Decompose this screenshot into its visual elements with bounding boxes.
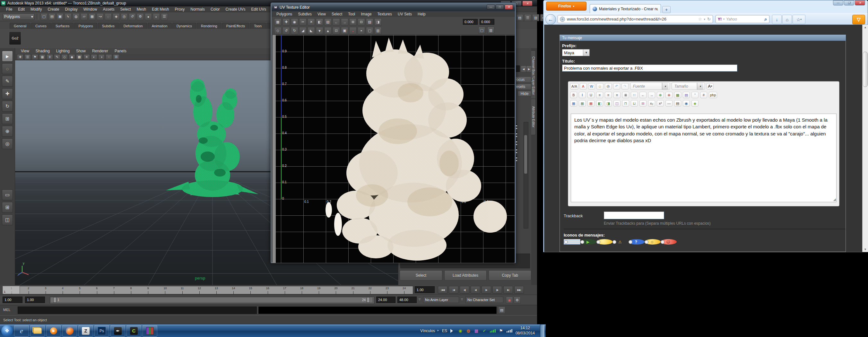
pixel-snap-icon[interactable]: ⊡ <box>333 27 340 34</box>
insert-video-icon[interactable]: ▤ <box>683 92 690 98</box>
uv-smudge-icon[interactable]: ◉ <box>291 18 298 26</box>
timeline-tick[interactable]: 13 <box>208 286 225 294</box>
panel-menu-item[interactable]: Show <box>73 49 89 53</box>
maya-menu-item[interactable]: Display <box>62 7 80 11</box>
rgb-channels-icon[interactable]: ◒ <box>349 27 356 34</box>
timeline-tick[interactable]: 19 <box>310 286 328 294</box>
radio-button[interactable] <box>596 240 600 244</box>
italic-icon[interactable]: I <box>579 92 586 98</box>
go-to-start-button[interactable]: |◀◀ <box>438 286 447 294</box>
overflow-chevron-icon[interactable]: » <box>437 329 439 332</box>
align-center-icon[interactable]: ≡ <box>605 92 612 98</box>
playback-start-field[interactable]: 1.00 <box>25 297 45 303</box>
timeline-tick[interactable]: 8 <box>122 286 139 294</box>
chevron-down-icon[interactable]: ▾ <box>723 18 724 21</box>
show-desktop-button[interactable] <box>540 325 545 337</box>
save-scene-icon[interactable]: ▣ <box>57 13 64 20</box>
textured-icon[interactable]: ▩ <box>76 54 83 60</box>
chevron-down-icon[interactable]: ▾ <box>704 18 706 21</box>
updater-icon[interactable]: ◍ <box>466 328 471 334</box>
select-by-object-icon[interactable]: ◍ <box>72 13 80 20</box>
timeline-ruler[interactable]: 123456789101112131415161718192021222324 <box>3 286 413 294</box>
insert-image-icon[interactable]: ▩ <box>674 92 681 98</box>
hr-icon[interactable]: — <box>665 100 673 106</box>
rotate-tool[interactable]: ↻ <box>2 101 13 112</box>
anim-start-field[interactable]: 1.00 <box>3 297 23 303</box>
message-textarea[interactable]: Los UV´s y mapas del modelo estan echos … <box>571 114 837 202</box>
current-time-field[interactable]: 1.00 <box>415 286 435 293</box>
uv-shell-mesh[interactable] <box>276 35 515 263</box>
uv-canvas[interactable]: 0.90.80.70.60.50.40.30.20.10 0.10.20.30.… <box>276 35 515 263</box>
tab-attribute-editor[interactable]: Attribute Editor <box>531 98 536 135</box>
goz-shelf-button[interactable]: Go2 <box>9 31 21 45</box>
paste-uvs-icon[interactable]: ▥ <box>374 27 382 34</box>
uv-menu-item[interactable]: View <box>315 12 329 17</box>
script-editor-icon[interactable]: ▤ <box>498 307 505 313</box>
maximize-button[interactable]: □ <box>496 4 504 10</box>
cut-uv-icon[interactable]: ✂ <box>299 18 307 26</box>
character-set-select[interactable]: No Character Set <box>465 297 503 303</box>
scroll-down-icon[interactable]: ▼ <box>863 247 868 252</box>
play-forwards-button[interactable]: ▶ <box>482 286 491 294</box>
scale-u-icon[interactable]: ◢ <box>299 27 307 34</box>
use-all-lights-icon[interactable]: ☀ <box>84 54 90 60</box>
signal-icon[interactable] <box>506 329 512 333</box>
ipr-render-icon[interactable]: ◐ <box>153 13 160 20</box>
panel-menu-item[interactable]: Renderer <box>89 49 112 53</box>
toggle-texture-icon[interactable]: ▣ <box>341 27 348 34</box>
auto-keyframe-icon[interactable]: ◉ <box>506 297 513 304</box>
wireframe-icon[interactable]: ◇ <box>61 54 68 60</box>
maya-menu-item[interactable]: Modify <box>28 7 44 11</box>
move-tool[interactable]: ✚ <box>2 88 13 99</box>
ie-icon[interactable]: e <box>14 325 29 337</box>
select-tool[interactable]: ► <box>2 51 13 62</box>
uv-editor-titlebar[interactable]: M UV Texture Editor —□✕ <box>272 3 515 11</box>
shelf-tab[interactable]: Subdivs <box>98 23 119 29</box>
maya-menu-item[interactable]: Color <box>208 7 223 11</box>
maya-menu-item[interactable]: Select <box>117 7 133 11</box>
smooth-shade-icon[interactable]: ◆ <box>69 54 75 60</box>
snap-to-grid-icon[interactable]: ▦ <box>89 13 96 20</box>
radio-button[interactable] <box>645 240 648 244</box>
timeline-tick[interactable]: 17 <box>276 286 293 294</box>
xray-icon[interactable]: ☒ <box>113 54 119 60</box>
reload-icon[interactable]: ↻ <box>707 17 711 22</box>
maya-menu-item[interactable]: Create <box>44 7 62 11</box>
step-back-frame-button[interactable]: |◀ <box>449 286 458 294</box>
timeline-tick[interactable]: 4 <box>54 286 71 294</box>
construction-history-icon[interactable]: ⚙ <box>137 13 144 20</box>
timeline-tick[interactable]: 21 <box>344 286 362 294</box>
align-left-icon[interactable]: ≡ <box>596 92 603 98</box>
site-identity-icon[interactable]: ⊕ <box>560 17 565 22</box>
isolate-uv-icon[interactable]: ◨ <box>374 18 382 26</box>
remove-format-icon[interactable]: A <box>580 83 587 90</box>
timeline-tick[interactable]: 5 <box>71 286 88 294</box>
copy-icon[interactable]: ▢ <box>478 27 485 34</box>
outdent-icon[interactable]: ← <box>640 92 647 98</box>
command-language-label[interactable]: MEL <box>3 308 10 312</box>
uv-menu-item[interactable]: Tool <box>345 12 358 17</box>
bookmark-icon[interactable]: ⚑ <box>32 54 38 60</box>
maya-menu-item[interactable]: Proxy <box>172 7 188 11</box>
tool-settings-toggle-icon[interactable]: ☰ <box>524 14 531 21</box>
chevron-down-icon[interactable]: ▼ <box>583 50 589 56</box>
channel-box-toggle-icon[interactable]: ▤ <box>516 14 523 21</box>
current-frame-marker[interactable]: 1 <box>3 286 20 294</box>
unfold-icon[interactable]: ⊟ <box>358 18 365 26</box>
timeline-tick[interactable]: 15 <box>242 286 259 294</box>
preview-icon[interactable]: ◉ <box>683 100 690 106</box>
image-plane-icon[interactable]: ▦ <box>39 54 45 60</box>
radio-button[interactable] <box>661 240 664 244</box>
links-toolbar[interactable]: Vínculos » <box>420 329 439 333</box>
isolate-select-icon[interactable]: ▫ <box>105 54 112 60</box>
move-uv-shell-icon[interactable]: ✚ <box>282 18 290 26</box>
delete-col-icon[interactable]: ◫ <box>614 100 620 106</box>
timeline-tick[interactable]: 18 <box>293 286 310 294</box>
shelf-tab[interactable]: Animation <box>148 23 172 29</box>
usb-icon[interactable]: ✔ <box>482 328 487 334</box>
bookmark-star-icon[interactable]: ☆ <box>698 17 702 22</box>
copy-uvs-icon[interactable]: ▢ <box>366 27 373 34</box>
maya-menu-item[interactable]: Window <box>81 7 100 11</box>
shelf-tab[interactable]: Surfaces <box>51 23 73 29</box>
shelf-tab[interactable]: Curves <box>31 23 51 29</box>
